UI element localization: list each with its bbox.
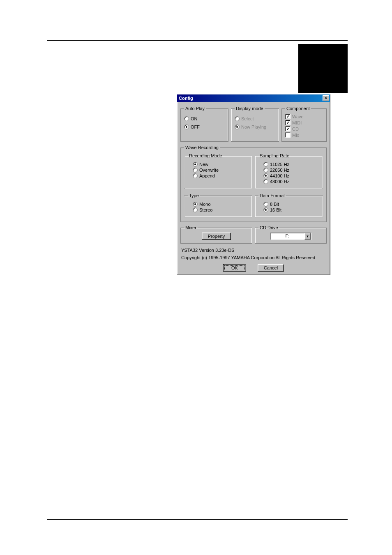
ok-button[interactable]: OK — [223, 264, 246, 272]
top-rule — [47, 40, 348, 41]
cddrive-value: F: — [271, 233, 304, 240]
component-group: Component Wave MIDI CD — [281, 106, 327, 142]
copyright-text: Copyright (c) 1995-1997 YAMAHA Corporati… — [181, 255, 326, 260]
close-icon: × — [325, 96, 327, 100]
dfmt-16bit[interactable]: 16 Bit — [263, 207, 281, 212]
checkbox-icon — [285, 120, 291, 125]
srate-44100[interactable]: 44100 Hz — [263, 173, 289, 178]
dialog-buttons: OK Cancel — [180, 264, 327, 272]
recmode-overwrite[interactable]: Overwrite — [193, 168, 219, 173]
radio-icon — [193, 168, 198, 173]
type-mono[interactable]: Mono — [193, 202, 211, 207]
autoplay-off-option[interactable]: OFF — [184, 124, 225, 129]
cddrive-legend: CD Drive — [258, 225, 279, 230]
chevron-down-icon[interactable]: ▼ — [304, 233, 311, 240]
radio-icon — [235, 124, 240, 129]
cddrive-group: CD Drive F: ▼ — [255, 225, 327, 244]
component-midi-label: MIDI — [292, 120, 302, 125]
autoplay-legend: Auto Play — [184, 106, 206, 111]
radio-icon — [263, 179, 268, 184]
radio-icon — [263, 162, 268, 167]
cancel-button[interactable]: Cancel — [258, 264, 284, 272]
component-legend: Component — [285, 106, 311, 111]
dialog-body: Auto Play ON OFF Display mode — [177, 102, 330, 275]
mixer-cd-row: Mixer Property CD Drive F: ▼ — [180, 223, 327, 245]
recmode-new[interactable]: New — [193, 162, 208, 167]
component-wave: Wave — [285, 114, 323, 119]
property-button[interactable]: Property — [202, 233, 231, 240]
displaymode-nowplaying-option: Now Playing — [235, 124, 275, 129]
black-side-tab — [298, 44, 348, 93]
autoplay-group: Auto Play ON OFF — [180, 106, 228, 142]
checkbox-icon — [285, 132, 291, 138]
dialog-title: Config — [179, 96, 323, 101]
type-group: Type Mono Stereo — [184, 193, 252, 217]
component-mix: Mix — [285, 132, 323, 138]
type-stereo-label: Stereo — [199, 207, 212, 212]
ok-button-label: OK — [231, 265, 238, 270]
radio-icon — [193, 202, 198, 207]
radio-icon — [184, 124, 189, 129]
type-stereo[interactable]: Stereo — [193, 207, 212, 212]
srate-11025[interactable]: 11025 Hz — [263, 162, 289, 167]
top-row: Auto Play ON OFF Display mode — [180, 104, 327, 143]
component-cd: CD — [285, 126, 323, 131]
radio-icon — [263, 173, 268, 178]
checkbox-icon — [285, 114, 291, 119]
radio-icon — [263, 202, 268, 207]
mixer-group: Mixer Property — [180, 225, 252, 244]
mixer-legend: Mixer — [184, 225, 198, 230]
dfmt-16bit-label: 16 Bit — [270, 207, 281, 212]
dataformat-group: Data Format 8 Bit 16 Bit — [255, 193, 323, 217]
type-mono-label: Mono — [199, 202, 211, 207]
displaymode-nowplaying-label: Now Playing — [241, 124, 266, 129]
autoplay-off-label: OFF — [191, 124, 200, 129]
radio-icon — [263, 207, 268, 212]
samplingrate-group: Sampling Rate 11025 Hz 22050 Hz — [255, 153, 323, 189]
autoplay-on-option[interactable]: ON — [184, 116, 225, 121]
recmode-overwrite-label: Overwrite — [199, 168, 219, 173]
checkbox-icon — [285, 126, 291, 131]
type-legend: Type — [188, 193, 200, 198]
dfmt-8bit-label: 8 Bit — [270, 202, 279, 207]
radio-icon — [235, 116, 240, 121]
radio-icon — [193, 173, 198, 178]
samplingrate-legend: Sampling Rate — [258, 153, 291, 158]
component-cd-label: CD — [292, 127, 299, 131]
radio-icon — [193, 162, 198, 167]
displaymode-group: Display mode Select Now Playing — [231, 106, 279, 142]
bottom-rule — [47, 519, 348, 520]
dialog-titlebar: Config × — [177, 94, 330, 102]
dataformat-legend: Data Format — [258, 193, 286, 198]
cddrive-combo[interactable]: F: ▼ — [270, 233, 311, 240]
component-wave-label: Wave — [292, 114, 304, 119]
document-page: Config × Auto Play ON OFF — [0, 0, 392, 555]
cancel-button-label: Cancel — [264, 265, 278, 270]
srate-22050[interactable]: 22050 Hz — [263, 168, 289, 173]
displaymode-legend: Display mode — [235, 106, 265, 111]
waverecording-legend: Wave Recording — [184, 145, 220, 150]
autoplay-on-label: ON — [191, 116, 198, 121]
waverecording-group: Wave Recording Recording Mode New Overwr… — [180, 145, 327, 222]
property-button-label: Property — [208, 234, 225, 239]
srate-11025-label: 11025 Hz — [270, 162, 289, 167]
dfmt-8bit[interactable]: 8 Bit — [263, 202, 279, 207]
displaymode-select-option: Select — [235, 116, 275, 121]
recmode-append[interactable]: Append — [193, 173, 215, 178]
config-dialog: Config × Auto Play ON OFF — [177, 94, 330, 275]
srate-48000[interactable]: 48000 Hz — [263, 179, 289, 184]
recordingmode-group: Recording Mode New Overwrite — [184, 153, 252, 189]
radio-icon — [263, 168, 268, 173]
component-mix-label: Mix — [292, 133, 299, 138]
recordingmode-legend: Recording Mode — [188, 153, 224, 158]
radio-icon — [193, 207, 198, 212]
recmode-new-label: New — [199, 162, 208, 167]
srate-48000-label: 48000 Hz — [270, 179, 289, 184]
srate-22050-label: 22050 Hz — [270, 168, 289, 173]
close-button[interactable]: × — [323, 95, 329, 101]
recmode-append-label: Append — [199, 173, 215, 178]
component-midi: MIDI — [285, 120, 323, 125]
displaymode-select-label: Select — [241, 116, 254, 121]
srate-44100-label: 44100 Hz — [270, 173, 289, 178]
radio-icon — [184, 116, 189, 121]
